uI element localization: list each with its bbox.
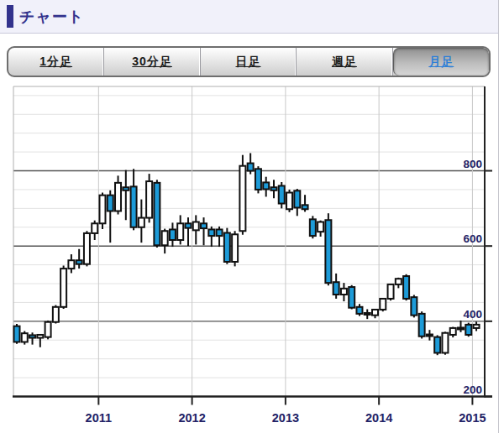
- candle-body: [45, 322, 51, 337]
- candle-body: [224, 232, 230, 262]
- candle-body: [341, 289, 347, 295]
- candle-body: [92, 223, 97, 233]
- candle-body: [434, 337, 440, 353]
- candle-body: [396, 279, 402, 284]
- candle-body: [37, 335, 43, 338]
- candle-body: [208, 229, 214, 236]
- candle-body: [201, 223, 207, 228]
- candle-body: [465, 325, 471, 335]
- y-axis-label: 400: [463, 308, 482, 321]
- candle-body: [99, 196, 105, 224]
- candle-body: [193, 222, 199, 230]
- candle-body: [310, 219, 316, 236]
- candle-body: [349, 287, 354, 308]
- x-axis-label: 2011: [86, 411, 112, 425]
- candle-body: [14, 326, 20, 342]
- candle-body: [123, 187, 129, 190]
- candle-body: [427, 335, 433, 336]
- candle-body: [53, 307, 59, 322]
- candle-body: [255, 169, 261, 190]
- candle-body: [325, 220, 331, 283]
- candle-body: [60, 269, 66, 307]
- y-axis-label: 800: [463, 158, 482, 170]
- candle-body: [458, 327, 464, 329]
- candle-body: [279, 185, 285, 203]
- candle-body: [442, 333, 448, 353]
- candle-body: [185, 223, 191, 227]
- candle-body: [131, 186, 137, 227]
- x-axis-label: 2015: [459, 411, 486, 425]
- candle-body: [294, 190, 300, 207]
- y-axis-label: 200: [463, 383, 482, 396]
- candle-body: [372, 310, 378, 316]
- candle-body: [68, 260, 74, 269]
- candle-body: [76, 260, 82, 263]
- candle-body: [84, 233, 90, 264]
- x-axis-label: 2012: [178, 411, 205, 425]
- chart-widget: チャート 1分足 30分足 日足 週足 月足 20040060080020112…: [0, 0, 504, 433]
- candle-body: [248, 164, 254, 171]
- candle-body: [29, 335, 35, 337]
- candle-body: [115, 183, 121, 211]
- candle-body: [388, 284, 394, 299]
- candle-body: [419, 314, 425, 336]
- y-axis-label: 600: [463, 232, 482, 245]
- candle-body: [403, 276, 409, 299]
- candle-body: [450, 328, 456, 335]
- candle-body: [146, 181, 152, 217]
- candle-body: [154, 183, 160, 245]
- candle-body: [474, 325, 480, 328]
- candle-body: [333, 282, 339, 295]
- candle-body: [22, 333, 28, 342]
- widget-right-border: [498, 0, 499, 433]
- candle-body: [365, 313, 370, 315]
- candle-body: [232, 234, 238, 262]
- candle-body: [270, 187, 276, 190]
- candle-body: [318, 222, 323, 232]
- candle-body: [380, 299, 386, 310]
- candle-body: [217, 229, 223, 236]
- candle-body: [162, 231, 168, 245]
- candlestick-chart: 20040060080020112012201320142015: [0, 0, 504, 433]
- candle-body: [263, 182, 269, 189]
- candle-body: [139, 218, 144, 227]
- candle-body: [170, 229, 176, 240]
- x-axis-label: 2014: [365, 411, 392, 425]
- candle-body: [108, 196, 113, 211]
- candle-body: [302, 205, 308, 209]
- x-axis-label: 2013: [272, 411, 299, 425]
- candle-body: [177, 223, 183, 240]
- candle-body: [286, 193, 292, 210]
- candle-body: [411, 297, 417, 316]
- candle-body: [239, 166, 245, 232]
- candle-body: [356, 307, 362, 314]
